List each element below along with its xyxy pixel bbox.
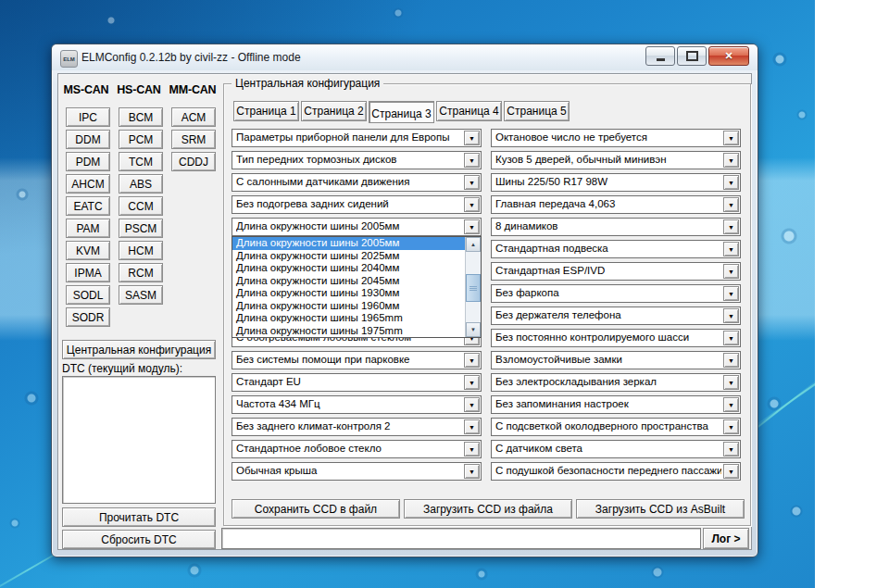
config-combobox[interactable]: С датчиком света ▼ xyxy=(491,440,741,458)
module-button[interactable]: KVM xyxy=(66,241,110,260)
config-combobox[interactable]: С подушкой безопасности переднего пассаж… xyxy=(491,462,741,481)
dropdown-scrollbar[interactable]: ▲ ▼ xyxy=(465,237,481,337)
dropdown-arrow-icon[interactable]: ▼ xyxy=(723,442,739,457)
dropdown-arrow-icon[interactable]: ▼ xyxy=(723,264,739,279)
dropdown-arrow-icon[interactable]: ▼ xyxy=(723,197,739,212)
config-combobox[interactable]: 8 динамиков ▼ xyxy=(491,218,741,236)
dropdown-arrow-icon[interactable]: ▼ xyxy=(723,131,739,145)
module-button[interactable]: EATC xyxy=(66,196,110,216)
log-input[interactable] xyxy=(221,528,701,549)
dropdown-arrow-icon[interactable]: ▼ xyxy=(464,442,480,457)
module-button[interactable]: SASM xyxy=(119,285,163,305)
reset-dtc-button[interactable]: Сбросить DTC xyxy=(62,530,216,549)
config-combobox[interactable]: Без фаркопа ▼ xyxy=(491,284,741,303)
config-combobox[interactable]: Без электроскладывания зеркал ▼ xyxy=(491,373,741,392)
module-button[interactable]: DDM xyxy=(66,130,110,149)
module-button[interactable]: PCM xyxy=(119,130,163,149)
module-button[interactable]: AHCM xyxy=(66,174,110,194)
central-config-button[interactable]: Центральная конфигурация xyxy=(62,340,216,359)
dropdown-arrow-icon[interactable]: ▼ xyxy=(723,464,739,479)
dropdown-arrow-icon[interactable]: ▼ xyxy=(464,464,480,479)
dropdown-arrow-icon[interactable]: ▼ xyxy=(464,153,480,168)
module-button[interactable]: IPC xyxy=(66,107,110,127)
module-button[interactable]: ACM xyxy=(171,107,216,127)
dropdown-arrow-icon[interactable]: ▼ xyxy=(723,375,739,390)
module-button[interactable]: PSCM xyxy=(119,219,163,238)
module-button[interactable]: SODR xyxy=(66,307,110,327)
module-button[interactable]: ABS xyxy=(119,174,163,194)
module-button[interactable]: PAM xyxy=(66,219,110,238)
dropdown-arrow-icon[interactable]: ▼ xyxy=(723,331,739,345)
config-combobox[interactable]: Стандарт EU ▼ xyxy=(232,373,482,392)
module-button[interactable]: RCM xyxy=(119,263,163,282)
page-tab[interactable]: Страница 4 xyxy=(436,101,502,121)
config-combobox[interactable]: Без заднего климат-контроля 2 ▼ xyxy=(232,418,482,436)
module-button[interactable]: SRM xyxy=(171,130,216,149)
config-combobox[interactable]: С салонными датчиками движения ▼ xyxy=(232,173,482,192)
module-button[interactable]: BCM xyxy=(119,107,163,127)
dropdown-arrow-icon[interactable]: ▼ xyxy=(723,242,739,256)
module-button[interactable]: CCM xyxy=(119,196,163,216)
dropdown-arrow-icon[interactable]: ▼ xyxy=(723,175,739,190)
module-button[interactable]: HCM xyxy=(119,241,163,260)
dropdown-list-item[interactable]: Длина окружности шины 2025мм xyxy=(232,250,466,263)
module-button[interactable]: CDDJ xyxy=(171,152,216,171)
config-combobox[interactable]: С подсветкой околодверного пространства … xyxy=(491,418,741,436)
dropdown-list-item[interactable]: Длина окружности шины 1930мм xyxy=(232,287,466,300)
dropdown-list-item[interactable]: Длина окружности шины 1975mm xyxy=(232,325,466,338)
module-button[interactable]: IPMA xyxy=(66,263,110,282)
close-button[interactable]: ✕ xyxy=(708,46,749,66)
save-ccd-button[interactable]: Сохранить CCD в файл xyxy=(232,499,400,519)
title-bar[interactable]: ELM ELMConfig 0.2.12b by civil-zz - Offl… xyxy=(52,44,758,70)
dropdown-arrow-icon[interactable]: ▼ xyxy=(464,197,480,212)
dropdown-arrow-icon[interactable]: ▼ xyxy=(464,375,480,390)
config-combobox[interactable]: Стандартная ESP/IVD ▼ xyxy=(491,262,741,281)
scroll-up-button[interactable]: ▲ xyxy=(466,237,481,252)
config-combobox[interactable]: Взломоустойчивые замки ▼ xyxy=(491,351,741,369)
config-combobox[interactable]: Параметры приборной панели для Европы ▼ xyxy=(232,129,482,147)
config-combobox[interactable]: Стандартная подвеска ▼ xyxy=(491,240,741,258)
page-tab[interactable]: Страница 1 xyxy=(233,101,299,121)
dropdown-list-item[interactable]: Длина окружности шины 1965mm xyxy=(232,312,466,325)
config-combobox[interactable]: Шины 225/50 R17 98W ▼ xyxy=(491,173,741,192)
dropdown-arrow-icon[interactable]: ▼ xyxy=(723,353,739,368)
dropdown-arrow-icon[interactable]: ▼ xyxy=(464,419,480,434)
log-button[interactable]: Лог > xyxy=(703,528,749,549)
dropdown-arrow-icon[interactable]: ▼ xyxy=(723,308,739,323)
scroll-down-button[interactable]: ▼ xyxy=(466,322,481,337)
dropdown-arrow-icon[interactable]: ▼ xyxy=(464,219,480,234)
config-combobox[interactable]: Длина окружности шины 2005мм ▼ xyxy=(232,218,482,236)
dropdown-arrow-icon[interactable]: ▼ xyxy=(723,397,739,412)
config-combobox[interactable]: Без подогрева задних сидений ▼ xyxy=(232,195,482,214)
module-button[interactable]: SODL xyxy=(66,285,110,305)
page-tab[interactable]: Страница 2 xyxy=(301,101,367,121)
config-combobox[interactable]: Кузов 5 дверей, обычный минивэн ▼ xyxy=(491,151,741,169)
config-combobox[interactable]: Тип передних тормозных дисков ▼ xyxy=(232,151,482,169)
config-combobox[interactable]: Обычная крыша ▼ xyxy=(232,462,482,481)
load-ccd-asbuilt-button[interactable]: Загрузить CCD из AsBuilt xyxy=(576,499,745,519)
scrollbar-thumb[interactable] xyxy=(466,274,481,302)
page-tab[interactable]: Страница 5 xyxy=(504,101,570,121)
dropdown-arrow-icon[interactable]: ▼ xyxy=(723,219,739,234)
dropdown-list-item[interactable]: Длина окружности шины 2040мм xyxy=(232,262,466,275)
read-dtc-button[interactable]: Прочитать DTC xyxy=(62,507,216,527)
module-button[interactable]: TCM xyxy=(119,152,163,171)
dropdown-arrow-icon[interactable]: ▼ xyxy=(723,286,739,301)
config-combobox[interactable]: Без держателя телефона ▼ xyxy=(491,307,741,325)
config-combobox[interactable]: Стандартное лобовое стекло ▼ xyxy=(232,440,482,458)
config-combobox[interactable]: Без системы помощи при парковке ▼ xyxy=(232,351,482,369)
dropdown-arrow-icon[interactable]: ▼ xyxy=(723,153,739,168)
dropdown-list-item[interactable]: Длина окружности шины 1960мм xyxy=(232,300,466,313)
config-combobox[interactable]: Главная передача 4,063 ▼ xyxy=(491,195,741,214)
config-combobox[interactable]: Без постоянно контролируемого шасси ▼ xyxy=(491,329,741,347)
config-combobox[interactable]: Без запоминания настроек ▼ xyxy=(491,395,741,414)
load-ccd-file-button[interactable]: Загрузить CCD из файла xyxy=(404,499,572,519)
dropdown-list-item[interactable]: Длина окружности шины 2005мм xyxy=(232,237,466,250)
dropdown-arrow-icon[interactable]: ▼ xyxy=(464,131,480,145)
config-combobox[interactable]: Частота 434 МГц ▼ xyxy=(232,395,482,414)
dropdown-arrow-icon[interactable]: ▼ xyxy=(723,419,739,434)
dropdown-arrow-icon[interactable]: ▼ xyxy=(464,353,480,368)
module-button[interactable]: PDM xyxy=(66,152,110,171)
dropdown-arrow-icon[interactable]: ▼ xyxy=(464,175,480,190)
maximize-button[interactable] xyxy=(677,46,707,66)
